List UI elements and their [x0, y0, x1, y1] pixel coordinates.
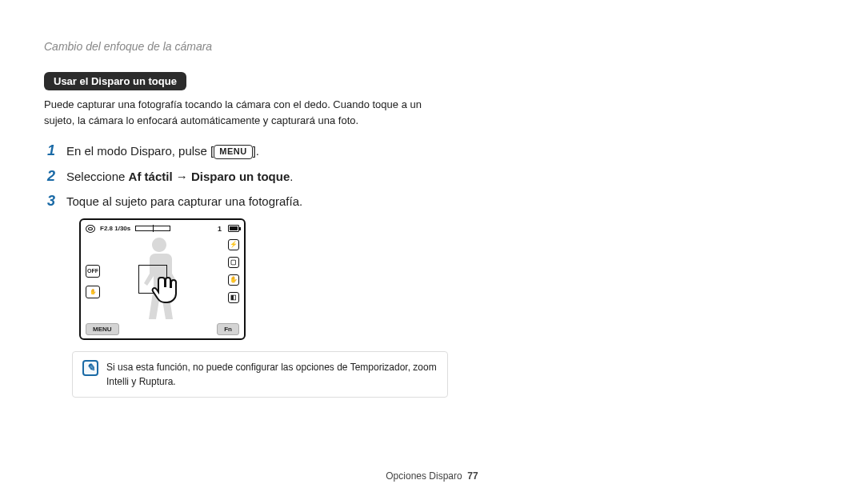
step-2-bold2: Disparo un toque: [191, 170, 290, 183]
step-number: 2: [44, 168, 55, 186]
step-2-pre: Seleccione: [66, 170, 129, 183]
page-number: 77: [467, 470, 478, 482]
step-list: 1 En el modo Disparo, pulse [MENU]. 2 Se…: [44, 142, 820, 210]
menu-button-label: MENU: [216, 146, 250, 158]
camera-left-icons: OFF ✋: [86, 265, 100, 298]
step-1-pre: En el modo Disparo, pulse [: [66, 144, 214, 158]
flash-icon: ⚡: [228, 239, 239, 250]
metering-icon: ◧: [228, 292, 239, 303]
step-text: Toque al sujeto para capturar una fotogr…: [66, 193, 302, 210]
stabilizer-icon: ✋: [228, 274, 239, 286]
step-2-bold1: Af táctil: [129, 170, 173, 183]
touch-shoot-icon: ✋: [86, 286, 100, 298]
step-1: 1 En el modo Disparo, pulse [MENU].: [44, 142, 820, 160]
step-2-arrow: →: [173, 170, 191, 183]
step-2: 2 Seleccione Af táctil → Disparo un toqu…: [44, 168, 820, 186]
exposure-readout: F2.8 1/30s: [100, 225, 130, 232]
frame-icon: ▢: [228, 257, 239, 268]
section-title-pill: Usar el Disparo un toque: [44, 72, 186, 90]
camera-screen-illustration: F2.8 1/30s 1 ⚡ ▢ ✋ ◧ OFF ✋ MENU Fn: [79, 218, 246, 340]
step-1-post: ].: [253, 144, 259, 158]
note-icon: ✎: [82, 360, 98, 376]
camera-top-bar: F2.8 1/30s 1: [86, 223, 239, 234]
exposure-meter-icon: [135, 226, 170, 231]
step-text: Seleccione Af táctil → Disparo un toque.: [66, 168, 293, 185]
timer-off-icon: OFF: [86, 265, 100, 278]
footer-section-label: Opciones Disparo: [386, 470, 462, 482]
step-2-post: .: [290, 170, 293, 183]
mode-dial-icon: [86, 225, 95, 233]
note-text: Si usa esta función, no puede configurar…: [106, 360, 438, 389]
page-footer: Opciones Disparo 77: [0, 470, 864, 482]
softkey-menu: MENU: [86, 323, 119, 335]
step-3: 3 Toque al sujeto para capturar una foto…: [44, 193, 820, 210]
shot-count: 1: [218, 225, 222, 233]
note-box: ✎ Si usa esta función, no puede configur…: [72, 351, 448, 398]
step-number: 3: [44, 193, 55, 210]
camera-right-icons: ⚡ ▢ ✋ ◧: [228, 239, 239, 303]
step-number: 1: [44, 142, 55, 160]
touch-hand-icon: [150, 273, 182, 305]
section-intro: Puede capturar una fotografía tocando la…: [44, 97, 428, 128]
battery-icon: [228, 225, 239, 232]
camera-bottom-bar: MENU Fn: [86, 323, 239, 335]
step-text: En el modo Disparo, pulse [MENU].: [66, 142, 259, 159]
softkey-fn: Fn: [217, 323, 239, 335]
menu-button-icon: MENU: [214, 145, 252, 159]
running-header: Cambio del enfoque de la cámara: [44, 40, 820, 53]
